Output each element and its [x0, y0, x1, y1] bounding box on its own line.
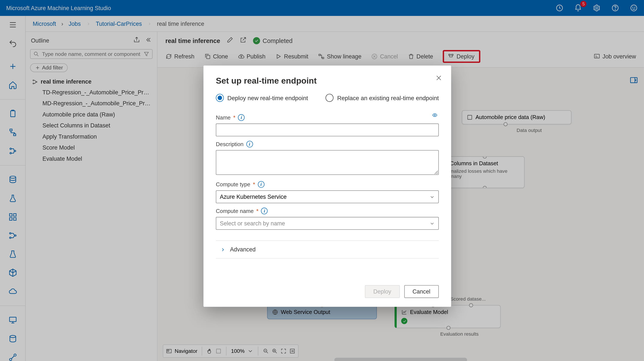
name-input[interactable]: [216, 124, 438, 136]
chevron-down-icon: [430, 194, 435, 199]
radio-replace-existing[interactable]: Replace an existing real-time endpoint: [326, 94, 439, 102]
description-label: Descriptioni: [216, 141, 438, 147]
radio-icon: [216, 94, 224, 102]
info-icon[interactable]: i: [261, 208, 268, 214]
compute-type-select[interactable]: Azure Kubernetes Service: [216, 190, 438, 203]
deploy-modal: Set up real-time endpoint Deploy new rea…: [204, 66, 451, 307]
name-label: Name*i: [216, 114, 244, 121]
deploy-submit-button: Deploy: [365, 285, 400, 298]
radio-deploy-new[interactable]: Deploy new real-time endpoint: [216, 94, 308, 102]
info-icon[interactable]: i: [238, 114, 245, 121]
chevron-down-icon: [430, 221, 435, 226]
info-icon[interactable]: i: [246, 141, 253, 147]
compute-type-label: Compute type*i: [216, 181, 438, 188]
cancel-modal-button[interactable]: Cancel: [404, 285, 439, 298]
advanced-toggle[interactable]: Advanced: [220, 246, 439, 253]
compute-name-label: Compute name*i: [216, 208, 438, 214]
description-input[interactable]: [216, 150, 438, 175]
compute-name-select[interactable]: Select or search by name: [216, 217, 438, 230]
info-icon[interactable]: i: [258, 181, 264, 188]
chevron-right-icon: [220, 247, 226, 252]
radio-icon: [326, 94, 334, 102]
close-icon[interactable]: [435, 74, 442, 83]
deploy-mode-radio-group: Deploy new real-time endpoint Replace an…: [216, 94, 438, 102]
svg-point-46: [434, 114, 435, 116]
eye-icon[interactable]: [431, 111, 439, 119]
modal-title: Set up real-time endpoint: [216, 76, 438, 86]
